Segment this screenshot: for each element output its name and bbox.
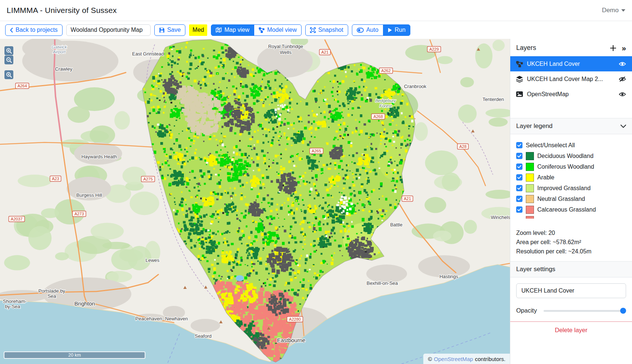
layer-legend-list: Select/Unselect All Deciduous Woodland C… bbox=[510, 134, 632, 220]
user-menu[interactable]: Demo bbox=[602, 7, 625, 14]
road-badge: A23 bbox=[50, 176, 61, 182]
image-icon bbox=[516, 91, 523, 97]
visibility-toggle[interactable] bbox=[619, 61, 626, 67]
opacity-slider-knob[interactable] bbox=[620, 308, 626, 314]
run-group: Auto Run bbox=[352, 24, 410, 36]
layer-item-ukceh-land-cover[interactable]: UKCEH Land Cover bbox=[510, 56, 632, 71]
map-label: Tenterden bbox=[483, 97, 504, 102]
legend-swatch bbox=[526, 163, 534, 171]
legend-item: Neutral Grassland bbox=[516, 193, 626, 204]
openstreetmap-link[interactable]: OpenStreetMap bbox=[434, 356, 473, 362]
map-label: Portslade by bbox=[38, 288, 65, 294]
road-badge: A265 bbox=[310, 148, 323, 154]
layers-panel-header: Layers » bbox=[510, 39, 632, 56]
legend-item: Calcareous Grassland bbox=[516, 204, 626, 215]
map-label: Lewes bbox=[145, 257, 159, 263]
legend-checkbox[interactable] bbox=[516, 164, 522, 170]
run-button[interactable]: Run bbox=[383, 24, 410, 36]
road-badge: A229 bbox=[427, 47, 441, 52]
layer-item-openstreetmap[interactable]: OpenStreetMap bbox=[510, 87, 632, 102]
legend-item: Arable bbox=[516, 172, 626, 183]
app-header: LIMMMA - University of Sussex Demo bbox=[0, 0, 632, 21]
model-view-button[interactable]: Model view bbox=[254, 24, 302, 36]
chevron-down-icon bbox=[621, 125, 626, 128]
map-label: Sea bbox=[47, 293, 56, 299]
save-button[interactable]: Save bbox=[154, 24, 185, 36]
snapshot-button[interactable]: Snapshot bbox=[305, 24, 348, 36]
layer-settings-block bbox=[510, 277, 632, 304]
save-icon bbox=[159, 27, 165, 33]
zoom-in-button[interactable] bbox=[4, 46, 13, 55]
layer-name-input[interactable] bbox=[516, 283, 626, 298]
road-badge: A2037 bbox=[9, 216, 25, 222]
opacity-slider-track bbox=[544, 310, 626, 312]
map-label: Wells bbox=[280, 50, 292, 55]
model-icon bbox=[259, 27, 265, 33]
svg-text:A265: A265 bbox=[312, 149, 321, 153]
legend-partial-swatch bbox=[526, 216, 534, 219]
layer-settings-header: Layer settings bbox=[510, 261, 632, 277]
legend-checkbox[interactable] bbox=[516, 185, 522, 191]
plus-icon[interactable] bbox=[610, 45, 616, 51]
zoom-out-button[interactable] bbox=[4, 55, 13, 64]
user-menu-label: Demo bbox=[602, 7, 619, 14]
caret-down-icon bbox=[621, 9, 625, 12]
map-label: Forest bbox=[380, 104, 392, 108]
eye-icon bbox=[619, 61, 626, 67]
legend-swatch bbox=[526, 195, 534, 203]
project-name-input[interactable] bbox=[66, 24, 151, 36]
legend-swatch bbox=[526, 184, 534, 192]
legend-item: Deciduous Woodland bbox=[516, 151, 626, 161]
map-label: Battle bbox=[390, 222, 402, 228]
legend-checkbox[interactable] bbox=[516, 174, 522, 181]
opacity-row: Opacity bbox=[510, 304, 632, 314]
layer-legend-header[interactable]: Layer legend bbox=[510, 118, 632, 134]
map-scale-bar: 20 km bbox=[4, 351, 145, 359]
delete-layer-button[interactable]: Delete layer bbox=[510, 322, 632, 338]
svg-text:A2280: A2280 bbox=[289, 317, 301, 321]
area-per-cell-text: Area per cell: ~578.62m² bbox=[516, 237, 626, 247]
collapse-panel-icon[interactable]: » bbox=[622, 44, 626, 52]
legend-checkbox[interactable] bbox=[516, 206, 522, 213]
layers-icon bbox=[516, 76, 523, 82]
legend-swatch bbox=[526, 206, 534, 214]
visibility-toggle[interactable] bbox=[619, 92, 626, 97]
layer-item-ukceh-land-cover-map-2[interactable]: UKCEH Land Cover Map 2... bbox=[510, 71, 632, 87]
road-badge: A262 bbox=[379, 68, 393, 74]
zoom-extent-icon bbox=[6, 72, 12, 78]
zoom-level-text: Zoom level: 20 bbox=[516, 228, 626, 237]
auto-toggle-button[interactable]: Auto bbox=[352, 24, 383, 36]
chevron-left-icon bbox=[10, 28, 13, 33]
view-toggle-group: Map view Model view bbox=[211, 24, 302, 36]
map-zoom-controls bbox=[4, 46, 13, 79]
map-label: Crawley bbox=[55, 66, 73, 72]
map-label: Cranbrook bbox=[404, 84, 427, 89]
zoom-extent-button[interactable] bbox=[4, 70, 13, 79]
zoom-out-icon bbox=[6, 57, 12, 63]
map-label: Royal Tunbridge bbox=[268, 44, 303, 49]
map-label: Haywards Heath bbox=[81, 154, 117, 159]
map-viewport[interactable]: GatwickAirportCrawleyEast GrinsteadRoyal… bbox=[0, 39, 510, 364]
svg-text:A273: A273 bbox=[74, 212, 84, 216]
layer-info: Zoom level: 20 Area per cell: ~578.62m² … bbox=[510, 220, 632, 261]
svg-text:A28: A28 bbox=[459, 144, 467, 149]
visibility-toggle[interactable] bbox=[619, 76, 626, 82]
back-to-projects-button[interactable]: Back to projects bbox=[5, 24, 63, 36]
map-label: East Grinstead bbox=[132, 51, 164, 57]
zoom-in-icon bbox=[6, 48, 12, 54]
eye-off-icon bbox=[619, 76, 626, 82]
road-badge: A273 bbox=[73, 211, 86, 217]
map-canvas[interactable]: GatwickAirportCrawleyEast GrinsteadRoyal… bbox=[0, 39, 510, 364]
legend-item: Coniferous Woodland bbox=[516, 161, 626, 172]
road-badge: A21 bbox=[319, 50, 330, 55]
svg-text:A264: A264 bbox=[17, 84, 27, 88]
med-badge: Med bbox=[189, 24, 207, 36]
legend-item: Improved Grassland bbox=[516, 183, 626, 193]
select-all-checkbox[interactable] bbox=[516, 142, 522, 148]
opacity-slider[interactable] bbox=[544, 308, 626, 314]
legend-checkbox[interactable] bbox=[516, 196, 522, 202]
legend-checkbox[interactable] bbox=[516, 153, 522, 159]
map-label: Winchelsea bbox=[491, 215, 510, 220]
app-title: LIMMMA - University of Sussex bbox=[7, 6, 117, 15]
map-view-button[interactable]: Map view bbox=[211, 24, 254, 36]
